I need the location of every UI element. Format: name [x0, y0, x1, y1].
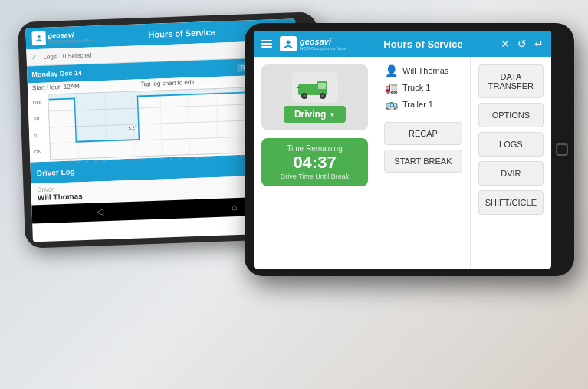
front-tablet-home-button[interactable] — [556, 143, 568, 156]
selected-count: 0 — [63, 53, 67, 60]
back-toolbar-check: ✓ — [31, 54, 37, 61]
geosavi-logo-svg — [282, 38, 294, 49]
trailer-label: Trailer 1 — [402, 100, 433, 109]
chart-row-on: ON — [34, 150, 50, 155]
svg-point-2 — [287, 41, 291, 45]
logs-btn[interactable]: LOGS — [478, 132, 544, 157]
front-header: geosavi HOS Compliance Now Hours of Serv… — [254, 31, 551, 57]
truck-icon — [297, 75, 333, 100]
truck-row: 🚛 Truck 1 — [384, 81, 462, 94]
time-remaining-value: 04:37 — [268, 153, 362, 173]
driver-name: Will Thomas — [402, 66, 448, 75]
truck-label: Truck 1 — [402, 83, 430, 92]
trailer-icon: 🚌 — [384, 98, 398, 110]
back-logo-icon — [31, 31, 46, 46]
time-remaining-sub: Drive Time Until Break — [268, 173, 362, 180]
front-header-icons: ✕ ↺ ↵ — [501, 38, 544, 50]
front-logo-text: geosavi — [300, 37, 346, 46]
hamburger-line-1 — [261, 40, 272, 41]
front-left-panel: Driving ▼ Time Remaining 04:37 Drive Tim… — [254, 57, 376, 269]
trailer-row: 🚌 Trailer 1 — [384, 98, 462, 110]
time-remaining-card: Time Remaining 04:37 Drive Time Until Br… — [261, 138, 368, 186]
status-card: Driving ▼ — [261, 64, 368, 130]
front-tablet-screen: geosavi HOS Compliance Now Hours of Serv… — [254, 31, 551, 269]
selected-label: Selected — [67, 52, 91, 60]
svg-point-9 — [321, 94, 324, 97]
truck-info-icon: 🚛 — [384, 81, 398, 94]
person-icon: 👤 — [384, 64, 398, 77]
svg-point-7 — [303, 94, 306, 97]
front-header-title: Hours of Service — [383, 38, 462, 50]
front-header-left: geosavi HOS Compliance Now — [261, 36, 346, 51]
svg-rect-10 — [297, 87, 300, 88]
front-logo-box — [280, 36, 297, 51]
data-transfer-btn[interactable]: DATA TRANSFER — [478, 64, 544, 98]
back-toolbar-selected: 0 Selected — [63, 52, 92, 60]
front-content: Driving ▼ Time Remaining 04:37 Drive Tim… — [254, 57, 551, 269]
back-logo-sub: HOS Compliance Now — [48, 38, 94, 44]
svg-marker-1 — [48, 87, 272, 142]
recap-btn[interactable]: RECAP — [384, 122, 462, 145]
driving-status-btn[interactable]: Driving ▼ — [284, 106, 346, 123]
logs-label: Logs — [43, 53, 57, 61]
back-header-title: Hours of Service — [148, 28, 215, 39]
start-break-btn[interactable]: START BREAK — [384, 150, 462, 173]
hos-chart-line — [48, 87, 273, 159]
front-refresh-icon[interactable]: ↺ — [517, 38, 527, 50]
chart-row-d: D — [34, 133, 49, 138]
driver-info-section: 👤 Will Thomas 🚛 Truck 1 🚌 Trailer 1 — [384, 64, 462, 117]
hamburger-menu[interactable] — [261, 40, 272, 48]
front-exit-icon[interactable]: ↵ — [534, 38, 544, 50]
edit-hint: Tap log chart to edit — [140, 79, 194, 87]
svg-point-0 — [38, 35, 41, 38]
back-toolbar-logs[interactable]: Logs — [43, 53, 57, 61]
check-icon: ✓ — [31, 54, 37, 61]
back-logo: geosavi HOS Compliance Now — [31, 29, 94, 45]
front-logo: geosavi HOS Compliance Now — [280, 36, 346, 51]
chart-row-sb: SB — [33, 117, 48, 122]
dvir-btn[interactable]: DVIR — [478, 161, 544, 186]
back-nav-back[interactable]: ◁ — [96, 206, 103, 217]
options-btn[interactable]: OPTIONS — [478, 103, 544, 127]
hamburger-line-3 — [261, 46, 272, 48]
back-driver-title: Driver Log — [37, 167, 75, 177]
front-close-icon[interactable]: ✕ — [501, 38, 510, 50]
driver-name-row: 👤 Will Thomas — [384, 64, 462, 77]
hamburger-line-2 — [261, 43, 272, 45]
back-date: Monday Dec 14 — [31, 69, 82, 78]
chart-row-off: OFF — [33, 100, 48, 105]
start-hour: Start Hour: 12AM — [32, 83, 80, 91]
caret-icon: ▼ — [329, 111, 335, 118]
back-nav-home[interactable]: ⌂ — [232, 202, 238, 213]
front-tablet: geosavi HOS Compliance Now Hours of Serv… — [245, 23, 574, 276]
front-middle-panel: 👤 Will Thomas 🚛 Truck 1 🚌 Trailer 1 RECA… — [376, 57, 471, 269]
time-remaining-label: Time Remaining — [268, 144, 362, 153]
shift-cicle-btn[interactable]: SHIFT/CICLE — [478, 190, 544, 215]
truck-icon-wrap — [292, 72, 338, 103]
svg-rect-5 — [318, 83, 326, 89]
front-logo-sub: HOS Compliance Now — [300, 46, 346, 51]
driving-label: Driving — [294, 109, 326, 120]
front-right-panel: DATA TRANSFER OPTIONS LOGS DVIR SHIFT/CI… — [471, 57, 551, 269]
